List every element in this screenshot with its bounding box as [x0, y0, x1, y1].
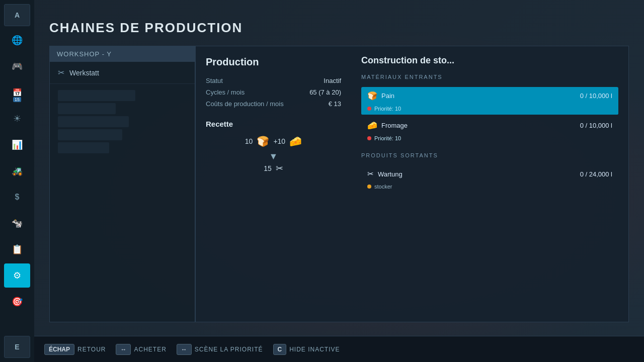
fromage-row-inner: 🧀 Fromage 0 / 10,000 l: [361, 117, 618, 134]
werkstatt-label: Werkstatt: [69, 69, 99, 77]
bread-icon: 🍞: [257, 135, 269, 147]
acheter-button[interactable]: ↔ ACHETER: [116, 344, 166, 355]
fromage-priority-dot: [367, 136, 371, 140]
recipe-qty2: 15: [264, 164, 272, 172]
fromage-amount: 0 / 10,000 l: [580, 122, 612, 129]
recipe-plus: +10: [273, 137, 285, 145]
cycles-value: 65 (7 à 20): [309, 88, 341, 96]
materiaux-label: MATÉRIAUX ENTRANTS: [361, 74, 618, 82]
sidebar-item-dollar[interactable]: $: [4, 185, 30, 209]
recipe-inputs: 10 🍞 +10 🧀: [206, 135, 341, 147]
sidebar-item-chart[interactable]: 📊: [4, 133, 30, 157]
sidebar-item-e[interactable]: E: [4, 336, 30, 358]
wrench-icon: ✂: [58, 68, 64, 77]
acheter-key: ↔: [116, 344, 131, 355]
wartung-name: ✂ Wartung: [367, 169, 403, 178]
pain-priority: Priorité: 10: [361, 105, 618, 115]
sun-icon: ☀: [13, 113, 21, 124]
production-icon: ⚙: [13, 270, 21, 281]
fromage-label: Fromage: [381, 122, 408, 129]
retour-label: RETOUR: [77, 346, 106, 353]
contracts-icon: 📋: [12, 244, 23, 255]
fromage-priority: Priorité: 10: [361, 134, 618, 144]
workshop-header-text: WORKSHOP - Y: [57, 50, 112, 58]
store-dot: [367, 185, 371, 189]
recipe-arrow: ▼: [206, 151, 341, 162]
sidebar-item-globe[interactable]: 🌐: [4, 28, 30, 52]
wartung-label: Wartung: [378, 170, 403, 178]
bread-material-icon: 🍞: [367, 91, 377, 101]
main-content: CHAINES DE PRODUCTION WORKSHOP - Y ✂ Wer…: [34, 0, 644, 362]
statut-row: Statut Inactif: [206, 77, 341, 84]
cycles-row: Cycles / mois 65 (7 à 20): [206, 88, 341, 96]
animal-icon: 🐄: [12, 218, 23, 229]
fromage-name: 🧀 Fromage: [367, 121, 408, 130]
pain-name: 🍞 Pain: [367, 91, 394, 101]
wartung-amount: 0 / 24,000 l: [580, 170, 612, 178]
chart-icon: 📊: [12, 139, 23, 150]
pain-label: Pain: [381, 92, 394, 100]
cheese-icon: 🧀: [289, 135, 302, 147]
steering-icon: 🎮: [12, 61, 23, 72]
produits-label: PRODUITS SORTANTS: [361, 152, 618, 160]
hide-key: C: [273, 344, 287, 355]
calendar-badge: 15: [13, 97, 21, 102]
pain-priority-dot: [367, 107, 371, 111]
a-key-label: A: [15, 11, 20, 19]
content-area: WORKSHOP - Y ✂ Werkstatt Production Stat…: [49, 46, 629, 322]
e-key-label: E: [15, 343, 19, 351]
globe-icon: 🌐: [12, 35, 23, 46]
dollar-icon: $: [15, 193, 20, 202]
wartung-store-row: stocker: [361, 183, 618, 193]
recipe-section: Recette 10 🍞 +10 🧀 ▼ 15 ✂: [206, 120, 341, 174]
recipe-output: 15 ✂: [206, 163, 341, 174]
workshop-header: WORKSHOP - Y: [50, 46, 195, 62]
hide-label: HIDE INACTIVE: [289, 346, 340, 353]
scene-priorite-button[interactable]: ↔ SCÈNE LA PRIORITÉ: [177, 344, 263, 355]
couts-row: Coûts de production / mois € 13: [206, 100, 341, 108]
wrench-output-icon: ✂: [276, 163, 283, 174]
fromage-priority-text: Priorité: 10: [374, 135, 401, 141]
echap-key: ÉCHAP: [44, 344, 74, 355]
bg-blurred-items: [50, 84, 195, 159]
sidebar-item-a[interactable]: A: [4, 4, 30, 26]
sidebar-item-sun[interactable]: ☀: [4, 107, 30, 131]
cycles-label: Cycles / mois: [206, 88, 245, 96]
product-row-wartung[interactable]: ✂ Wartung 0 / 24,000 l stocker: [361, 165, 618, 193]
couts-label: Coûts de production / mois: [206, 100, 284, 108]
construction-panel: Construction de sto... MATÉRIAUX ENTRANT…: [351, 46, 629, 322]
left-panel: WORKSHOP - Y ✂ Werkstatt: [49, 46, 195, 322]
store-label: stocker: [374, 184, 392, 190]
sidebar-item-production[interactable]: ⚙: [4, 263, 30, 288]
acheter-label: ACHETER: [134, 346, 166, 353]
hide-inactive-button[interactable]: C HIDE INACTIVE: [273, 344, 340, 355]
material-row-fromage[interactable]: 🧀 Fromage 0 / 10,000 l Priorité: 10: [361, 117, 618, 144]
sidebar-item-animal[interactable]: 🐄: [4, 211, 30, 235]
scene-label: SCÈNE LA PRIORITÉ: [195, 346, 263, 353]
wartung-icon: ✂: [367, 169, 374, 178]
pain-row-inner: 🍞 Pain 0 / 10,000 l: [361, 87, 618, 105]
sidebar-item-tractor[interactable]: 🚜: [4, 159, 30, 183]
page-title: CHAINES DE PRODUCTION: [49, 20, 629, 36]
construction-title: Construction de sto...: [361, 55, 618, 66]
recipe-qty1: 10: [245, 137, 253, 145]
werkstatt-item[interactable]: ✂ Werkstatt: [50, 62, 195, 84]
sidebar-item-misc[interactable]: 🎯: [4, 290, 30, 314]
sidebar-item-steering[interactable]: 🎮: [4, 54, 30, 78]
material-row-pain[interactable]: 🍞 Pain 0 / 10,000 l Priorité: 10: [361, 87, 618, 115]
sidebar-item-calendar[interactable]: 📅 15: [4, 80, 30, 105]
couts-value: € 13: [329, 100, 341, 108]
bottom-bar: ÉCHAP RETOUR ↔ ACHETER ↔ SCÈNE LA PRIORI…: [34, 336, 644, 362]
statut-label: Statut: [206, 77, 223, 84]
echap-button[interactable]: ÉCHAP RETOUR: [44, 344, 106, 355]
wartung-row-inner: ✂ Wartung 0 / 24,000 l: [361, 165, 618, 183]
production-title: Production: [206, 56, 341, 68]
pain-priority-text: Priorité: 10: [374, 106, 401, 112]
products-section: PRODUITS SORTANTS ✂ Wartung 0 / 24,000 l…: [361, 152, 618, 193]
tractor-icon: 🚜: [12, 165, 23, 176]
sidebar-item-contracts[interactable]: 📋: [4, 237, 30, 261]
production-panel: Production Statut Inactif Cycles / mois …: [195, 46, 351, 322]
calendar-icon: 📅: [13, 88, 22, 97]
statut-value: Inactif: [324, 77, 341, 84]
misc-icon: 🎯: [12, 296, 23, 307]
